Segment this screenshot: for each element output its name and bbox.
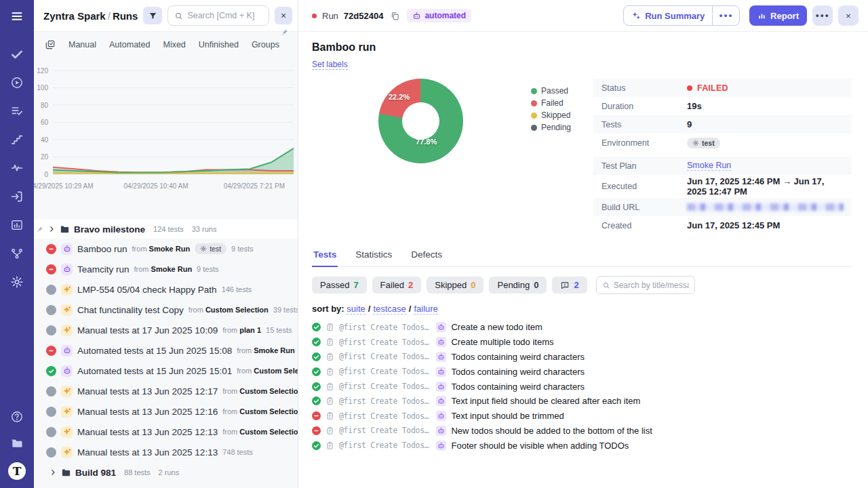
run-list-item[interactable]: Teamcity runfrom Smoke Run9 tests [34,259,298,279]
test-plans-list-icon[interactable] [9,104,24,119]
runs-tab-unfinished[interactable]: Unfinished [199,40,239,49]
more-actions-button[interactable]: ●●● [812,5,833,26]
test-result-row[interactable]: @first Create Todos…Create a new todo it… [312,320,852,335]
runs-tab-mixed[interactable]: Mixed [163,40,185,49]
filter-pill-skipped[interactable]: Skipped0 [427,277,484,293]
runs-tab-groups[interactable]: Groups [252,40,279,49]
sparkle-icon [61,304,73,316]
runs-tab-manual[interactable]: Manual [68,40,96,49]
run-summary-more-button[interactable]: ●●● [712,6,739,25]
test-result-row[interactable]: @first Create Todos…Create multiple todo… [312,335,852,350]
tests-search-input[interactable] [614,281,689,290]
donut-legend: PassedFailedSkippedPending [531,86,580,239]
filter-pill-failed[interactable]: Failed2 [372,277,422,293]
passed-status-icon [312,323,321,331]
results-donut-chart: 22.2% 77.8% [378,79,463,163]
info-row-test-plan: Test PlanSmoke Run [593,157,852,175]
run-detail-content: Bamboo run Set labels 22.2% 77.8% Passed… [298,32,868,488]
projects-folder-icon[interactable] [9,436,24,451]
copy-run-id-button[interactable] [389,9,401,22]
page-title: Runs [113,10,138,22]
run-list-item[interactable]: Manual tests at 13 Jun 2025 12:13748 tes… [34,442,298,462]
tests-search[interactable] [596,276,695,294]
filter-pill-pending[interactable]: Pending0 [489,277,547,293]
run-list-item[interactable]: Manual tests at 13 Jun 2025 12:13from Cu… [34,422,298,442]
select-all-icon[interactable] [45,39,56,50]
filter-pill-comments[interactable]: 2 [552,277,587,293]
run-name: Manual tests at 13 Jun 2025 12:13 [77,427,218,437]
filter-button[interactable] [143,7,162,24]
sort-link-suite[interactable]: suite [347,304,365,314]
run-list-item[interactable]: Manual tests at 13 Jun 2025 12:16from Cu… [34,401,298,422]
run-list-item[interactable]: Automated tests at 15 Jun 2025 15:08from… [34,340,298,361]
chevron-right-icon[interactable] [47,225,56,233]
tab-statistics[interactable]: Statistics [354,249,393,266]
sort-link-testcase[interactable]: testcase [373,304,406,314]
build-url-redacted[interactable] [687,203,844,211]
run-list-item[interactable]: Chat functinality test Copyfrom Custom S… [34,300,298,320]
run-name: Teamcity run [77,264,130,274]
svg-text:04/29/2025 7:21 PM: 04/29/2025 7:21 PM [224,182,285,190]
test-result-row[interactable]: @first Create Todos…Text input should be… [312,409,852,424]
info-row-duration: Duration19s [593,97,852,115]
search-icon [602,281,610,289]
chevron-right-icon[interactable] [49,468,57,476]
test-result-row[interactable]: @first Create Todos…Text input field sho… [312,394,852,409]
help-icon[interactable] [9,409,24,424]
close-panel-button[interactable]: × [275,7,292,24]
integrations-branch-icon[interactable] [9,246,24,261]
test-plan-link[interactable]: Smoke Run [687,161,731,171]
test-result-row[interactable]: @first Create Todos…Todos containing wei… [312,364,852,379]
run-list-item[interactable]: Automated tests at 15 Jun 2025 15:01from… [34,361,298,381]
test-result-row[interactable]: @first Create Todos…Todos containing wei… [312,350,852,365]
svg-text:40: 40 [41,136,49,144]
info-value: 19s [687,101,702,111]
pin-panel-icon[interactable] [281,26,288,39]
analytics-pulse-icon[interactable] [9,161,24,176]
test-suite-path: @first Create Todos… [339,323,429,332]
svg-text:04/29/2025 10:40 AM: 04/29/2025 10:40 AM [123,182,188,190]
info-row-environment: Environmenttest [593,134,852,152]
test-result-row[interactable]: @first Create Todos…Footer should be vis… [312,438,852,453]
reports-chart-icon[interactable] [9,218,24,232]
build-folder-row[interactable]: Build 981 88 tests 2 runs [34,462,298,483]
settings-gear-icon[interactable] [9,274,24,289]
runs-search-input[interactable] [187,11,262,20]
runs-trend-chart: 02040608010012004/29/2025 10:29 AM04/29/… [34,56,298,220]
run-list-item[interactable]: Manual tests at 17 Jun 2025 10:09from pl… [34,320,298,340]
filter-pill-passed[interactable]: Passed7 [312,277,367,293]
pill-count: 2 [574,280,578,290]
run-list-item[interactable]: Bamboo runfrom Smoke Runtest9 tests [34,239,298,259]
set-labels-link[interactable]: Set labels [312,60,348,70]
sort-separator: / [368,304,371,314]
legend-dot [531,100,537,106]
sidebar: T [0,0,34,488]
close-run-button[interactable]: × [838,5,859,26]
run-detail-tabs: TestsStatisticsDefects [312,249,852,267]
sort-link-failure[interactable]: failure [414,304,437,314]
run-summary-button[interactable]: Run Summary ●●● [623,5,740,26]
tab-defects[interactable]: Defects [410,249,443,266]
comment-icon [560,281,570,290]
run-list-item[interactable]: Manual tests at 13 Jun 2025 12:17from Cu… [34,381,298,401]
runs-play-icon[interactable] [9,75,24,90]
import-signin-icon[interactable] [9,189,24,204]
neutral-status-icon [46,285,56,295]
report-button[interactable]: Report [749,5,807,26]
project-name[interactable]: Zyntra Spark [43,10,106,22]
pill-label: Failed [380,280,404,290]
runs-search[interactable] [167,5,269,26]
tab-tests[interactable]: Tests [312,249,338,267]
milestones-steps-icon[interactable] [9,132,24,147]
pill-label: Pending [497,280,530,290]
run-list-item[interactable]: LMP-554 05/04 check Happy Path146 tests [34,279,298,300]
milestone-group-row[interactable]: Bravo milestone 124 tests 33 runs [34,220,298,239]
tests-check-icon[interactable] [9,47,24,62]
menu-icon[interactable] [9,9,24,24]
failed-status-icon [46,264,56,274]
runs-tab-automated[interactable]: Automated [109,40,150,49]
testomat-logo[interactable]: T [8,462,26,480]
robot-icon [436,441,446,451]
test-result-row[interactable]: @first Create Todos…Todos containing wei… [312,379,852,394]
test-result-row[interactable]: @first Create Todos…New todos should be … [312,424,852,439]
